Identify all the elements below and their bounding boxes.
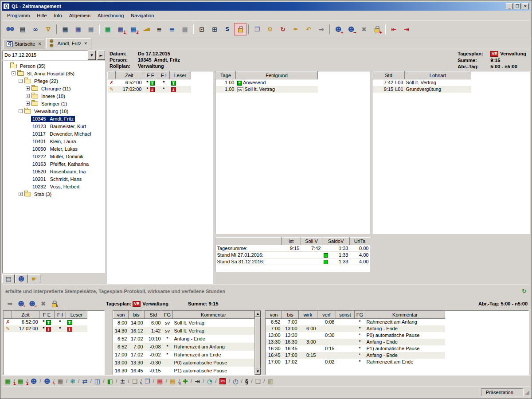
tree-person-10520[interactable]: 10520 Rosenbaum, Ina: [3, 168, 105, 175]
tree-expander-icon[interactable]: +: [26, 94, 30, 98]
doc-stack-icon[interactable]: ❐: [143, 376, 156, 386]
gears-icon[interactable]: ⚙: [264, 23, 276, 35]
pie-stats-icon[interactable]: ◔: [206, 376, 218, 386]
drag-view-tab[interactable]: ☛: [28, 274, 40, 283]
wirksam-row[interactable]: 16:30 16:45 0:15 * P1) automatische Paus…: [266, 345, 445, 352]
tree-person-10163[interactable]: 10163 Pfeiffer, Katharina: [3, 160, 105, 168]
maximize-button[interactable]: ❐: [514, 3, 521, 9]
menu-item[interactable]: Hilfe: [33, 12, 50, 19]
tab-startseite[interactable]: Q Startseite ✕: [4, 39, 45, 49]
tree-expander-icon[interactable]: -: [19, 79, 23, 83]
refresh-clock-icon[interactable]: ↻: [522, 288, 527, 294]
punch-row[interactable]: 6:52:00 * T * T: [4, 319, 87, 325]
tree-node-chirurgie[interactable]: + Chirurgie (11): [3, 85, 105, 92]
search-icon[interactable]: ∞: [29, 23, 42, 35]
list-icon[interactable]: ≡: [153, 23, 165, 35]
tree-expander-icon[interactable]: -: [12, 71, 16, 75]
scroll-down-button[interactable]: ▼: [255, 368, 261, 375]
wirksam-row[interactable]: 13:00 13:30 0:30 * P0) automatische Paus…: [266, 332, 445, 339]
protokoll-row[interactable]: 16:30 16:45 -0:15 P1) automatische Pause: [113, 367, 254, 375]
protokoll-row[interactable]: 6:52 7:00 -0:08 * Rahmenzeit am Anfang: [113, 343, 254, 351]
payroll-icon[interactable]: ▤ ¤: [168, 376, 181, 386]
redo-icon[interactable]: ➡: [315, 23, 328, 35]
punch-row[interactable]: 6:52:00 * T * T: [108, 79, 191, 86]
tree-node-springer[interactable]: + Springer (1): [3, 100, 105, 107]
week-grid-icon[interactable]: ▦: [72, 23, 84, 35]
protokoll-row[interactable]: 14:30 16:12 1:42 sv Soll lt. Vertrag: [113, 327, 254, 335]
persons-icon[interactable]: ☻☻: [4, 23, 16, 35]
undo-icon[interactable]: ↶: [302, 23, 315, 35]
report-icon[interactable]: ❏: [254, 376, 266, 386]
add-person-icon[interactable]: ☻ +: [16, 298, 27, 309]
printer-icon[interactable]: ▤: [16, 23, 29, 35]
tree-person-10201[interactable]: 10201 Schmidt, Hans: [3, 175, 105, 183]
protokoll-row[interactable]: 8:00 14:00 6:00 sv Soll lt. Vertrag: [113, 319, 254, 327]
lohnart-row[interactable]: 9:15L01 Grundvergütung: [373, 86, 471, 93]
orgtree-view-tab[interactable]: ☻: [15, 274, 27, 283]
multi-grid-icon[interactable]: ▦: [85, 23, 97, 35]
delete-icon[interactable]: ✖: [38, 298, 49, 309]
clock-icon[interactable]: ◷: [231, 376, 244, 386]
plus-minus-icon[interactable]: ±: [118, 376, 130, 386]
fan-icon[interactable]: ❃: [69, 376, 81, 386]
vertical-scrollbar[interactable]: ▲ ▼: [254, 311, 261, 375]
protokoll-row[interactable]: 17:00 17:02 -0:02 * Rahmenzeit am Ende: [113, 351, 254, 359]
lohnart-row[interactable]: 7:42L03 Soll lt. Vertrag: [373, 79, 471, 86]
date-next-button[interactable]: ►: [97, 51, 105, 60]
tree-node-pflege[interactable]: - Pflege (22): [3, 77, 105, 85]
month-1-icon[interactable]: ▦ 1: [114, 23, 127, 35]
day-grid-icon[interactable]: ▦: [59, 23, 71, 35]
lock-icon[interactable]: [234, 23, 246, 35]
summary-row[interactable]: Stand Mi 27.01.2016: 1:33 4.00: [216, 252, 370, 258]
fehlgrund-row[interactable]: 1.00 sv Soll lt. Vertrag: [216, 86, 318, 93]
close-tab-icon[interactable]: ✕: [83, 41, 88, 46]
s-icon[interactable]: S: [221, 23, 234, 35]
tree-person-10222[interactable]: 10222 Müller, Dominik: [3, 153, 105, 160]
tree-person-10232[interactable]: 10232 Voss, Herbert: [3, 183, 105, 190]
month-view-1-icon[interactable]: ▦ 1: [4, 376, 16, 386]
person-edit-icon[interactable]: ☻ ✎: [43, 376, 56, 386]
list-detail-icon[interactable]: ≡: [166, 23, 178, 35]
wirksam-row[interactable]: 6:52 7:00 0:08 * Rahmenzeit am Anfang: [266, 319, 445, 325]
resize-grip-icon[interactable]: ◢: [525, 389, 529, 395]
tree-person-10401[interactable]: 10401 Klein, Laura: [3, 137, 105, 145]
shift-plan-icon[interactable]: ◧: [106, 376, 119, 386]
wirksam-row[interactable]: 17:00 17:02 0:02 * Rahmenzeit am Ende: [266, 359, 445, 365]
menu-item[interactable]: Allgemein: [66, 12, 94, 19]
quill-icon[interactable]: ✒: [289, 23, 302, 35]
menu-item[interactable]: Navigation: [127, 12, 157, 19]
date-input[interactable]: Do 17.12.2015: [2, 51, 88, 60]
add-record-icon[interactable]: ✚: [181, 376, 193, 386]
punch-row[interactable]: 17:02:00 * ↓ * ↓: [4, 325, 87, 332]
tree-expander-icon[interactable]: +: [19, 192, 23, 196]
tree-node-stab[interactable]: + Stab (3): [3, 190, 105, 198]
protokoll-row[interactable]: 6:52 17:02 10:10 * Anfang - Ende: [113, 335, 254, 343]
punch-row[interactable]: 17:02:00 * ↓ * ↓: [108, 86, 191, 93]
fehlgrund-row[interactable]: 1.00 * Anwesend: [216, 79, 318, 86]
tree-person-10345[interactable]: 10345 Arndt, Fritz: [3, 115, 105, 122]
move-person-icon[interactable]: ☻ →: [345, 23, 357, 35]
calendar-table-icon[interactable]: ▦: [56, 376, 69, 386]
calendar-day-icon[interactable]: 23: [218, 376, 232, 386]
forward-icon[interactable]: ➡: [4, 298, 16, 309]
tree-node-person[interactable]: Person (35): [3, 62, 105, 70]
list-view-tab[interactable]: ▤: [2, 274, 15, 283]
tree-node-st-anna-hospital[interactable]: - St. Anna Hospital (35): [3, 70, 105, 77]
wirksam-row[interactable]: 13:30 16:30 3:00 * Anfang - Ende: [266, 339, 445, 345]
jump-first-icon[interactable]: ⇤: [387, 23, 400, 35]
close-tab-icon[interactable]: ✕: [37, 41, 42, 47]
small-grid-icon[interactable]: ▩: [179, 23, 191, 35]
protokoll-row[interactable]: 13:00 13:30 -0:30 P0) automatische Pause: [113, 359, 254, 367]
paragraph-icon[interactable]: §: [244, 376, 254, 386]
scroll-thumb[interactable]: [255, 317, 261, 368]
menu-item[interactable]: Programm: [4, 12, 33, 19]
tree-node-verwaltung[interactable]: - Verwaltung (10): [3, 107, 105, 115]
month-table-icon[interactable]: ▦: [102, 23, 114, 35]
summary-row[interactable]: Stand Sa 31.12.2016: 1:33 4.00: [216, 258, 370, 265]
lock-plus-icon[interactable]: +: [371, 23, 383, 35]
move-person-icon[interactable]: ☻ →: [27, 298, 38, 309]
tree-person-10050[interactable]: 10050 Meier, Lukas: [3, 145, 105, 153]
close-button[interactable]: ✕: [522, 3, 529, 9]
scroll-up-button[interactable]: ▲: [255, 311, 261, 317]
tree-person-10117[interactable]: 10117 Dewender, Michael: [3, 130, 105, 137]
